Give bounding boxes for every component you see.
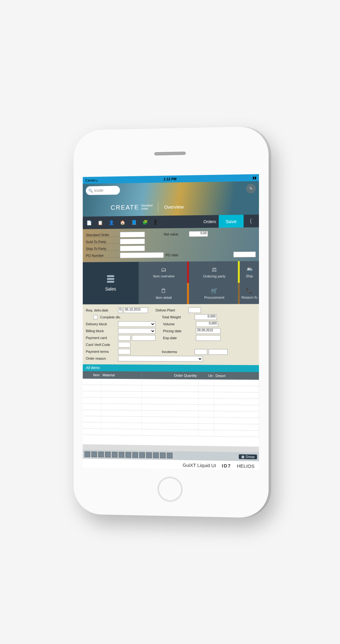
tab-item-overview[interactable]: 🗂 Item overview <box>139 261 189 283</box>
req-deliv-type[interactable]: D <box>118 307 122 313</box>
page-subtitle: Standard Order <box>141 204 152 210</box>
stack-icon <box>106 275 116 282</box>
tab-tiles: Sales 🗂 Item overview 🗒 Item detail ⚖ Or… <box>83 261 259 304</box>
card-verif-input[interactable] <box>118 342 130 347</box>
card-verif-label: Card Verif.Code <box>86 343 117 346</box>
ship-icon: 🚢 <box>246 266 253 273</box>
phone-icon: 📞 <box>246 287 253 294</box>
tab-shipping[interactable]: 🚢 Ship <box>240 261 259 282</box>
detail-icon: 🗒 <box>161 287 167 294</box>
delivery-block-select[interactable] <box>118 321 155 327</box>
save-button[interactable]: Save <box>219 215 243 228</box>
bottom-icon[interactable] <box>112 452 118 457</box>
req-deliv-date-input[interactable]: 05.10.2015 <box>124 307 148 313</box>
delivery-block-label: Delivery block <box>86 322 117 326</box>
tab-reason[interactable]: 📞 Reason fo <box>240 282 259 304</box>
tab-sales[interactable]: Sales <box>83 262 138 304</box>
bottom-icon[interactable] <box>91 451 97 457</box>
group-button[interactable]: ▦ Group <box>239 454 257 459</box>
pricing-date-input[interactable]: 28.09.2015 <box>196 328 220 334</box>
orders-label[interactable]: Orders <box>203 219 216 224</box>
toolbar-icon-3[interactable]: 👤 <box>107 218 116 227</box>
page-section: Overview <box>164 204 184 209</box>
toolbar-icon-5[interactable]: 📘 <box>129 218 138 227</box>
bottom-icon[interactable] <box>132 452 138 458</box>
wifi-icon: ⏚ <box>96 178 98 182</box>
carrier-label: Carrier <box>85 178 96 182</box>
total-weight-label: Total Weight <box>162 315 193 319</box>
pencil-icon: ✎ <box>249 186 253 191</box>
tab-ordering-party[interactable]: ⚖ Ordering party <box>189 261 240 283</box>
page-title: CREATE <box>111 203 139 211</box>
bottom-icon[interactable] <box>167 452 173 458</box>
incoterms-code[interactable] <box>195 349 207 355</box>
col-item[interactable]: Item <box>83 371 101 379</box>
net-value-field: 0,00 <box>189 231 208 237</box>
pricing-date-label: Pricing date <box>163 329 195 333</box>
bottom-icon[interactable] <box>98 451 104 457</box>
bottom-icon[interactable] <box>126 452 131 457</box>
payment-card-label: Payment card <box>86 336 117 339</box>
toolbar-icon-2[interactable]: 📋 <box>96 218 105 227</box>
payment-terms-label: Payment terms <box>86 350 117 353</box>
toolbar-icon-4[interactable]: 🏠 <box>118 218 127 227</box>
bottom-icon[interactable] <box>153 452 159 458</box>
deliver-plant-input[interactable] <box>188 307 201 313</box>
bottom-icon[interactable] <box>119 452 124 457</box>
server-name: HELIOS <box>237 463 255 468</box>
clock: 1:12 PM <box>163 177 176 181</box>
ship-to-label: Ship-To Party <box>86 246 120 251</box>
payment-card-input[interactable] <box>132 335 155 340</box>
col-qty[interactable]: Order Quantity <box>142 371 199 379</box>
col-material[interactable]: Material <box>101 371 142 379</box>
complete-dlv-checkbox[interactable] <box>93 315 98 319</box>
incoterms-label: Incoterms <box>162 350 193 353</box>
bottom-icon[interactable] <box>146 452 152 458</box>
battery-icon: ▮▮ <box>253 176 256 180</box>
chevron-left-icon: ⟨ <box>249 218 252 224</box>
tab-procurement[interactable]: 🛒 Procurement <box>189 282 240 304</box>
search-icon: 🔍 <box>88 188 93 193</box>
bottom-icon[interactable] <box>105 452 111 457</box>
billing-block-label: Billing block <box>86 329 117 333</box>
sold-to-input[interactable] <box>120 238 145 244</box>
edit-button[interactable]: ✎ <box>246 183 255 193</box>
ship-to-input[interactable] <box>120 245 145 251</box>
bottom-icon[interactable] <box>139 452 145 458</box>
req-deliv-date-label: Req. deliv.date <box>86 308 117 312</box>
col-desc[interactable]: Descri <box>214 372 259 380</box>
product-name: GuiXT Liquid UI <box>183 462 216 468</box>
overview-icon: 🗂 <box>161 266 167 273</box>
exp-date-label: Exp.date <box>163 336 195 339</box>
payment-terms-input[interactable] <box>118 349 130 354</box>
gavel-icon: ⚖ <box>212 266 217 273</box>
po-number-input[interactable] <box>120 252 164 258</box>
po-date-label: PO date <box>166 253 178 257</box>
bottom-icon[interactable] <box>85 451 90 457</box>
search-placeholder: tcode <box>94 188 103 193</box>
exp-date-input[interactable] <box>196 335 220 341</box>
billing-block-select[interactable] <box>118 328 155 334</box>
grid-header: Item Material Order Quantity Un Descri <box>83 371 259 380</box>
deliver-plant-label: Deliver.Plant <box>155 308 187 312</box>
bottom-icon[interactable] <box>160 452 166 458</box>
standard-order-input[interactable] <box>120 231 145 237</box>
payment-card-type[interactable] <box>118 335 130 340</box>
detail-form: Req. deliv.date D 05.10.2015 Deliver.Pla… <box>83 304 259 365</box>
incoterms-text[interactable] <box>208 349 227 355</box>
toolbar-icon-1[interactable]: 📄 <box>85 218 93 227</box>
po-date-input[interactable] <box>233 251 256 257</box>
order-reason-select[interactable] <box>118 356 203 362</box>
header-hero: 🔍 tcode ✎ CREATE Standard Order Overview <box>83 181 259 217</box>
back-button[interactable]: ⟨ <box>244 214 257 227</box>
tab-item-detail[interactable]: 🗒 Item detail <box>139 283 189 304</box>
header-form: Standard Order Net value 0,00 Sold-To Pa… <box>83 227 259 262</box>
toolbar: 📄 📋 👤 🏠 📘 🧩 ▌ Orders Save ⟨ <box>83 214 259 229</box>
grid-body[interactable] <box>83 379 259 447</box>
session-id: ID7 <box>222 463 231 468</box>
group-icon: ▦ <box>241 455 244 458</box>
toolbar-icon-7[interactable]: ▌ <box>152 218 161 226</box>
toolbar-icon-6[interactable]: 🧩 <box>141 218 149 226</box>
search-input[interactable]: 🔍 tcode <box>86 186 120 195</box>
col-un[interactable]: Un <box>198 372 214 379</box>
